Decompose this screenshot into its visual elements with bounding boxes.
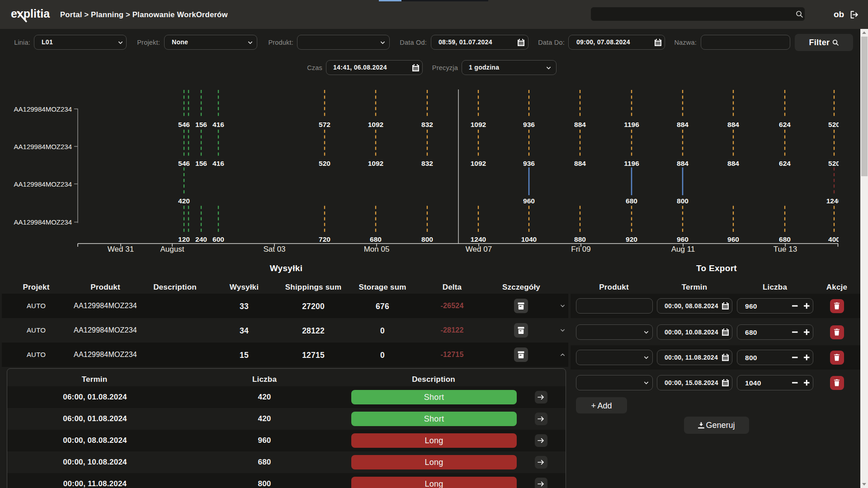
svg-text:Fri 09: Fri 09: [571, 245, 590, 253]
svg-text:880: 880: [574, 235, 586, 243]
svg-text:1240: 1240: [826, 197, 839, 205]
svg-text:1092: 1092: [471, 160, 486, 167]
svg-text:400: 400: [828, 235, 839, 243]
svg-text:Mon 05: Mon 05: [364, 245, 390, 253]
svg-text:1040: 1040: [521, 235, 537, 243]
svg-text:720: 720: [319, 235, 330, 243]
svg-text:Sat 03: Sat 03: [263, 245, 285, 253]
svg-text:546: 546: [178, 160, 190, 167]
svg-text:884: 884: [574, 121, 586, 128]
svg-text:884: 884: [727, 121, 739, 128]
svg-text:600: 600: [212, 235, 224, 243]
svg-text:884: 884: [574, 160, 586, 167]
svg-text:1240: 1240: [471, 235, 486, 243]
svg-text:960: 960: [523, 197, 535, 205]
svg-text:920: 920: [626, 235, 637, 243]
svg-text:800: 800: [677, 197, 689, 205]
svg-text:156: 156: [195, 121, 207, 128]
svg-text:1092: 1092: [368, 160, 383, 167]
svg-text:416: 416: [212, 160, 224, 167]
svg-text:572: 572: [319, 121, 330, 128]
svg-text:832: 832: [421, 121, 433, 128]
svg-text:520: 520: [828, 160, 839, 167]
svg-text:1092: 1092: [471, 121, 486, 128]
svg-text:AA129984MOZ234: AA129984MOZ234: [14, 218, 72, 226]
svg-text:520: 520: [828, 121, 839, 128]
svg-text:AA129984MOZ234: AA129984MOZ234: [14, 105, 72, 113]
svg-text:800: 800: [421, 235, 433, 243]
svg-text:546: 546: [178, 121, 190, 128]
svg-text:Aug 11: Aug 11: [671, 245, 695, 253]
svg-text:960: 960: [677, 235, 689, 243]
svg-text:624: 624: [779, 160, 791, 167]
svg-text:AA129984MOZ234: AA129984MOZ234: [14, 143, 72, 150]
svg-text:884: 884: [677, 121, 689, 128]
svg-text:August: August: [160, 245, 184, 253]
svg-text:832: 832: [421, 160, 433, 167]
svg-text:420: 420: [178, 197, 190, 205]
svg-text:884: 884: [677, 160, 689, 167]
svg-text:680: 680: [626, 197, 637, 205]
svg-text:960: 960: [727, 235, 739, 243]
svg-text:936: 936: [523, 121, 535, 128]
svg-text:1196: 1196: [624, 121, 639, 128]
svg-text:1196: 1196: [624, 160, 639, 167]
svg-text:Wed 31: Wed 31: [108, 245, 134, 253]
svg-text:520: 520: [319, 160, 330, 167]
svg-text:936: 936: [523, 160, 535, 167]
svg-text:1092: 1092: [368, 121, 383, 128]
svg-text:156: 156: [195, 160, 207, 167]
svg-text:120: 120: [178, 235, 190, 243]
svg-text:680: 680: [370, 235, 382, 243]
svg-text:AA129984MOZ234: AA129984MOZ234: [14, 180, 72, 188]
svg-text:884: 884: [727, 160, 739, 167]
svg-text:624: 624: [779, 121, 791, 128]
svg-text:240: 240: [195, 235, 207, 243]
svg-text:680: 680: [779, 235, 791, 243]
svg-text:Wed 07: Wed 07: [466, 245, 492, 253]
svg-text:416: 416: [212, 121, 224, 128]
svg-text:Tue 13: Tue 13: [774, 245, 797, 253]
